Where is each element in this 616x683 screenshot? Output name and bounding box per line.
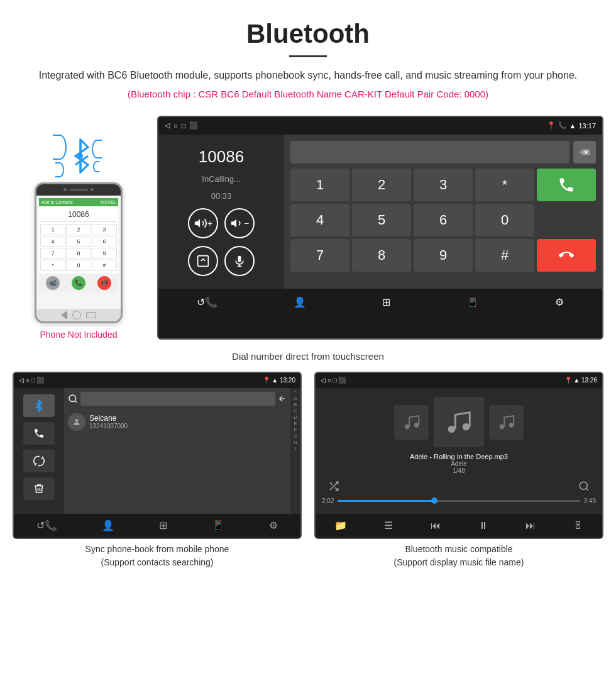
caption-phonebook-text: Sync phone-book from mobile phone(Suppor… xyxy=(85,544,229,567)
music-nav-prev[interactable]: ⏮ xyxy=(431,520,441,531)
transfer-icon xyxy=(197,255,209,267)
key-5[interactable]: 5 xyxy=(352,204,411,236)
nav-dialpad-icon[interactable]: ⊞ xyxy=(382,296,390,308)
phone-bottom-actions: 📹 📞 📵 xyxy=(39,274,118,292)
music-note-icon-main xyxy=(444,408,473,436)
dialer-number: 10086 xyxy=(199,147,244,167)
status-bar-left: ◁ ○ □ ⬛ xyxy=(165,121,198,130)
music-nav-equalizer[interactable]: 🎚 xyxy=(573,520,583,531)
phone-key-6[interactable]: 6 xyxy=(92,236,117,247)
header-description: Integrated with BC6 Bluetooth module, su… xyxy=(13,67,603,84)
phone-key-7[interactable]: 7 xyxy=(40,248,65,259)
phone-back-btn[interactable] xyxy=(61,311,67,319)
phone-home-btn[interactable] xyxy=(72,311,81,319)
pb-contact-item[interactable]: Seicane 13241007000 xyxy=(68,409,287,435)
music-nav-next[interactable]: ⏭ xyxy=(525,520,536,531)
phone-key-9[interactable]: 9 xyxy=(92,248,117,259)
volume-down-btn[interactable]: − xyxy=(224,208,255,238)
key-0[interactable]: 0 xyxy=(475,204,534,236)
music-screenshot: ◁ ○ □ ⬛ 📍 ▲ 13:26 xyxy=(314,372,603,539)
volume-up-btn[interactable]: + xyxy=(188,208,218,238)
pb-nav-settings[interactable]: ⚙ xyxy=(269,519,278,531)
dialer-controls-row1: + − xyxy=(188,208,255,238)
phone-call-btn[interactable]: 📞 xyxy=(72,276,85,290)
phone-speaker xyxy=(69,189,88,191)
page-title: Bluetooth xyxy=(13,19,603,49)
mic-btn[interactable] xyxy=(224,246,255,276)
home-icon: ○ xyxy=(173,122,178,130)
pb-call-icon[interactable] xyxy=(23,422,55,445)
call-end-btn[interactable] xyxy=(537,239,596,272)
transfer-btn[interactable] xyxy=(188,246,218,276)
music-nav-list[interactable]: ☰ xyxy=(384,519,393,531)
key-8[interactable]: 8 xyxy=(352,239,411,272)
music-nav-folder[interactable]: 📁 xyxy=(334,519,347,531)
phone-key-4[interactable]: 4 xyxy=(40,236,65,247)
key-4[interactable]: 4 xyxy=(290,204,349,236)
nav-settings-icon[interactable]: ⚙ xyxy=(555,296,564,308)
phone-key-2[interactable]: 2 xyxy=(66,224,91,235)
phone-key-8[interactable]: 8 xyxy=(66,248,91,259)
pb-nav-icons: ◁ ○ □ ⬛ xyxy=(19,377,44,384)
svg-line-22 xyxy=(586,488,588,490)
nav-transfer-icon[interactable]: 📱 xyxy=(466,296,479,308)
phone-top-bar xyxy=(36,184,121,196)
key-1[interactable]: 1 xyxy=(290,169,349,201)
pb-bluetooth-icon[interactable] xyxy=(23,394,55,417)
key-2[interactable]: 2 xyxy=(352,169,411,201)
phone-key-5[interactable]: 5 xyxy=(66,236,91,247)
pb-sync-icon[interactable] xyxy=(23,450,55,472)
dialer-content: 10086 InCalling... 00:33 + xyxy=(158,135,602,289)
phone-dialer: 10086 1 2 3 4 5 6 7 8 9 * 0 # xyxy=(39,206,118,274)
key-6[interactable]: 6 xyxy=(414,204,473,236)
backspace-icon xyxy=(579,147,590,158)
svg-point-12 xyxy=(69,395,76,402)
pb-nav-calls[interactable]: ↺📞 xyxy=(36,519,57,531)
backspace-btn[interactable] xyxy=(573,141,596,164)
key-3[interactable]: 3 xyxy=(414,169,473,201)
call-icon: 📞 xyxy=(558,121,567,130)
music-bottom-nav: 📁 ☰ ⏮ ⏸ ⏭ 🎚 xyxy=(316,514,602,538)
key-star[interactable]: * xyxy=(475,169,534,201)
phone-video-btn[interactable]: 📹 xyxy=(46,276,60,290)
music-search-icon[interactable] xyxy=(578,480,590,492)
bluetooth-waves-right xyxy=(92,140,102,172)
album-art-next xyxy=(489,405,524,440)
artist-name: Adele xyxy=(410,460,508,467)
phone-key-star[interactable]: * xyxy=(40,260,65,271)
sync-sidebar-icon xyxy=(33,455,45,467)
phone-end-btn[interactable]: 📵 xyxy=(97,276,111,290)
pb-delete-icon[interactable] xyxy=(23,477,55,500)
nav-contacts-icon[interactable]: 👤 xyxy=(294,296,306,308)
phone-key-hash[interactable]: # xyxy=(92,260,117,271)
shuffle-icon[interactable] xyxy=(328,480,339,492)
back-icon: ◁ xyxy=(165,121,170,130)
pb-nav-contacts[interactable]: 👤 xyxy=(102,519,114,531)
pb-nav-dialpad[interactable]: ⊞ xyxy=(159,519,167,531)
svg-point-19 xyxy=(499,425,504,430)
key-7[interactable]: 7 xyxy=(290,239,349,272)
call-accept-btn[interactable] xyxy=(537,169,596,201)
phone-not-included-label: Phone Not Included xyxy=(40,330,118,340)
pb-search-input[interactable] xyxy=(80,392,275,406)
music-nav-play[interactable]: ⏸ xyxy=(478,520,488,531)
dialer-status: InCalling... xyxy=(202,174,240,184)
key-hash[interactable]: # xyxy=(475,239,534,272)
phone-key-1[interactable]: 1 xyxy=(40,224,65,235)
phone-key-0[interactable]: 0 xyxy=(66,260,91,271)
phone-recents-btn[interactable] xyxy=(86,312,96,318)
music-note-icon-next xyxy=(497,413,516,431)
svg-rect-7 xyxy=(238,255,241,262)
caption-music-text: Bluetooth music compatible(Support displ… xyxy=(394,544,524,567)
nav-calls-icon[interactable]: ↺📞 xyxy=(197,296,217,308)
progress-dot[interactable] xyxy=(431,497,437,504)
dialer-input-field[interactable] xyxy=(290,141,569,164)
key-9[interactable]: 9 xyxy=(414,239,473,272)
pb-sidebar xyxy=(14,388,64,514)
phone-mockup: Add to Contacts MORE 10086 1 2 3 4 5 6 7… xyxy=(35,182,123,323)
progress-bar[interactable] xyxy=(338,500,580,502)
phone-key-3[interactable]: 3 xyxy=(92,224,117,235)
pb-nav-transfer[interactable]: 📱 xyxy=(212,519,224,531)
svg-point-14 xyxy=(75,419,79,422)
recents-icon: □ xyxy=(182,122,186,130)
